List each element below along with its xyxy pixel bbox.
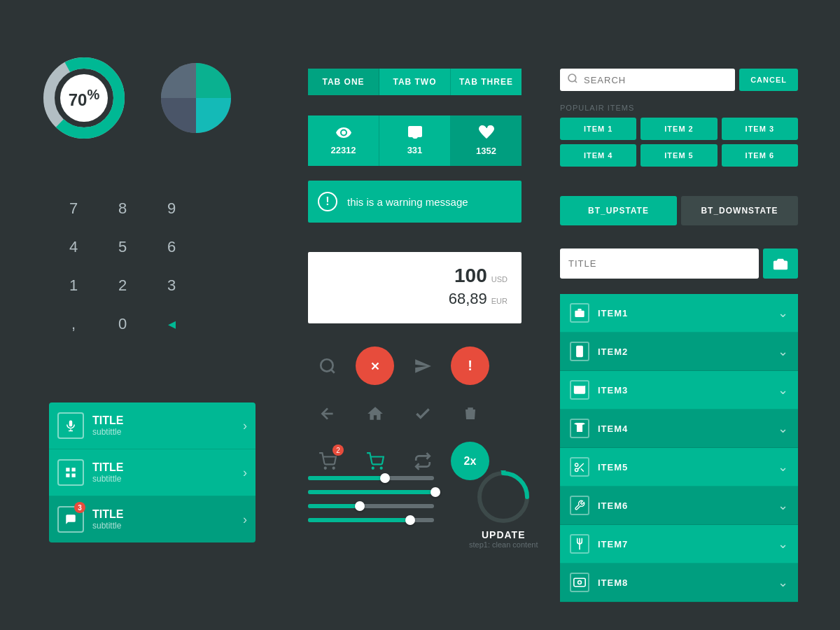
send-icon[interactable]: [403, 346, 442, 385]
svg-point-19: [568, 74, 576, 82]
pie-chart: [154, 56, 238, 140]
slider-1[interactable]: [308, 476, 434, 480]
slider-4[interactable]: [308, 518, 434, 522]
warning-icon: !: [318, 192, 337, 211]
acc-label-4: ITEM4: [598, 424, 778, 434]
tab-three[interactable]: TAB THREE: [451, 69, 522, 95]
list-title-3: TITLE: [92, 508, 243, 521]
acc-item-5[interactable]: ITEM5 ⌄: [560, 448, 798, 486]
multiplier-label: 2x: [464, 455, 477, 468]
popular-item-6[interactable]: ITEM 6: [722, 144, 798, 167]
search-input[interactable]: [584, 75, 728, 85]
acc-label-6: ITEM6: [598, 500, 778, 511]
acc-item-1[interactable]: ITEM1 ⌄: [560, 294, 798, 332]
warning-bar: ! this is a warning message: [308, 181, 522, 223]
sliders-section: [308, 476, 434, 532]
numpad-key-7[interactable]: 7: [49, 189, 98, 227]
donut-percent: 70: [69, 90, 88, 109]
numpad-key-comma[interactable]: ,: [49, 304, 98, 343]
cart-count-badge: 2: [332, 444, 344, 456]
update-label[interactable]: UPDATE: [482, 529, 526, 540]
transfer-icon[interactable]: [403, 442, 442, 480]
numpad-key-9[interactable]: 9: [147, 189, 196, 227]
acc-arrow-6: ⌄: [778, 498, 788, 513]
list-item-2[interactable]: TITLE subtittle ›: [49, 449, 255, 496]
popular-item-3[interactable]: ITEM 3: [722, 118, 798, 140]
donut-label: 70%: [69, 87, 100, 110]
cart-badge-icon[interactable]: 2: [308, 442, 346, 480]
acc-icon-scissors: [570, 457, 589, 477]
acc-item-7[interactable]: ITEM7 ⌄: [560, 525, 798, 564]
svg-rect-31: [574, 578, 585, 586]
acc-label-2: ITEM2: [598, 346, 778, 357]
bt-upstate[interactable]: BT_UPSTATE: [560, 196, 677, 225]
list-item-1[interactable]: TITLE subtittle ›: [49, 402, 255, 449]
numpad-key-2[interactable]: 2: [98, 266, 147, 304]
check-icon[interactable]: [403, 394, 442, 433]
svg-line-20: [575, 80, 577, 83]
svg-point-9: [321, 359, 332, 371]
acc-arrow-1: ⌄: [778, 305, 788, 321]
price-box: 100 USD 68,89 EUR: [308, 252, 522, 323]
slider-2[interactable]: [308, 490, 434, 494]
numpad-key-8[interactable]: 8: [98, 189, 147, 227]
eye-icon: [336, 126, 351, 142]
stat-likes[interactable]: 1352: [451, 115, 522, 166]
svg-point-15: [332, 467, 334, 468]
acc-arrow-4: ⌄: [778, 421, 788, 436]
tab-two[interactable]: TAB TWO: [379, 69, 451, 95]
numpad-key-back[interactable]: ◂: [147, 304, 196, 343]
views-value: 22312: [330, 145, 356, 155]
numpad-key-1[interactable]: 1: [49, 266, 98, 304]
acc-arrow-5: ⌄: [778, 459, 788, 475]
popular-item-4[interactable]: ITEM 4: [560, 144, 636, 167]
home-icon[interactable]: [356, 394, 394, 433]
acc-icon-utensils: [570, 534, 589, 554]
numpad-key-5[interactable]: 5: [98, 227, 147, 266]
stat-comments[interactable]: 331: [379, 115, 451, 166]
numpad-key-4[interactable]: 4: [49, 227, 98, 266]
list-sub-3: subtittle: [92, 521, 243, 531]
popular-item-1[interactable]: ITEM 1: [560, 118, 636, 140]
back-icon[interactable]: [308, 394, 346, 433]
donut-sup: %: [87, 87, 99, 102]
bt-downstate[interactable]: BT_DOWNSTATE: [681, 196, 798, 225]
heart-icon: [479, 125, 494, 143]
numpad-key-6[interactable]: 6: [147, 227, 196, 266]
price-usd-label: USD: [491, 275, 507, 284]
numpad-key-0[interactable]: 0: [98, 304, 147, 343]
acc-item-3[interactable]: ITEM3 ⌄: [560, 371, 798, 410]
list-item-3[interactable]: 3 TITLE subtittle ›: [49, 496, 255, 542]
acc-item-4[interactable]: ITEM4 ⌄: [560, 410, 798, 448]
svg-point-16: [372, 467, 373, 468]
alert-icon[interactable]: !: [451, 346, 489, 385]
title-input[interactable]: [560, 248, 759, 279]
acc-item-8[interactable]: ITEM8 ⌄: [560, 564, 798, 602]
list-icon-mic: [57, 412, 84, 439]
svg-rect-22: [575, 311, 584, 317]
stats-row: 22312 331 1352: [308, 115, 522, 166]
numpad: 7 8 9 4 5 6 1 2 3 , 0 ◂: [49, 189, 196, 382]
accordion: ITEM1 ⌄ ITEM2 ⌄ ITEM3 ⌄ ITEM4 ⌄ ITEM5 ⌄ …: [560, 294, 798, 602]
stat-views[interactable]: 22312: [308, 115, 379, 166]
svg-point-24: [579, 355, 580, 356]
acc-item-2[interactable]: ITEM2 ⌄: [560, 332, 798, 371]
cancel-button[interactable]: CANCEL: [739, 69, 798, 91]
tab-one[interactable]: TAB ONE: [308, 69, 379, 95]
trash-icon[interactable]: [451, 394, 489, 433]
popular-item-5[interactable]: ITEM 5: [640, 144, 717, 167]
popular-item-2[interactable]: ITEM 2: [640, 118, 717, 140]
list-sub-2: subtittle: [92, 474, 243, 484]
list-title-2: TITLE: [92, 461, 243, 474]
close-icon[interactable]: [356, 346, 394, 385]
tabs-section: TAB ONE TAB TWO TAB THREE: [308, 69, 522, 95]
acc-arrow-3: ⌄: [778, 382, 788, 398]
acc-arrow-2: ⌄: [778, 344, 788, 359]
camera-button[interactable]: [763, 248, 798, 279]
numpad-key-3[interactable]: 3: [147, 266, 196, 304]
slider-3[interactable]: [308, 504, 434, 508]
search-icon[interactable]: [308, 346, 346, 385]
charts-section: 70%: [42, 56, 238, 140]
title-input-section: [560, 248, 798, 279]
acc-item-6[interactable]: ITEM6 ⌄: [560, 486, 798, 525]
